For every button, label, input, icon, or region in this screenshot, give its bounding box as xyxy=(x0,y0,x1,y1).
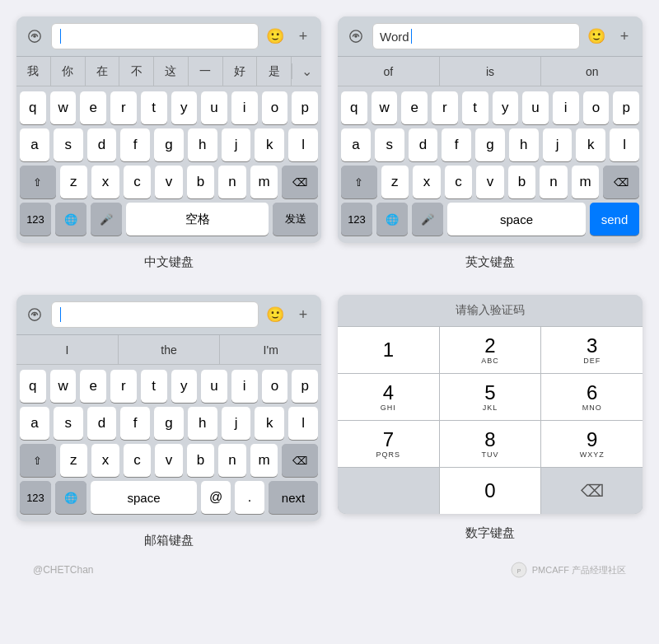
eng-globe-key[interactable]: 🌐 xyxy=(376,203,408,236)
num-key-1[interactable]: 1 xyxy=(338,327,439,373)
eng-send-key[interactable]: send xyxy=(590,203,639,236)
suggestion-im[interactable]: I'm xyxy=(220,335,321,364)
eng-numbers-key[interactable]: 123 xyxy=(341,203,372,236)
num-key-backspace[interactable]: ⌫ xyxy=(541,468,643,514)
email-key-e[interactable]: e xyxy=(80,370,106,403)
suggestion-zhe[interactable]: 这 xyxy=(154,57,189,86)
key-a[interactable]: a xyxy=(20,128,49,161)
key-r[interactable]: r xyxy=(110,91,137,124)
numbers-key[interactable]: 123 xyxy=(20,203,51,236)
eng-emoji-icon[interactable]: 🙂 xyxy=(585,25,608,48)
email-at-key[interactable]: @ xyxy=(201,481,231,514)
email-key-x[interactable]: x xyxy=(91,444,119,477)
eng-key-q[interactable]: q xyxy=(341,91,367,124)
shift-key[interactable]: ⇧ xyxy=(20,166,56,198)
email-space-key[interactable]: space xyxy=(91,481,197,514)
mic-wave-icon[interactable] xyxy=(23,25,46,48)
key-o[interactable]: o xyxy=(262,91,288,124)
key-i[interactable]: i xyxy=(231,91,258,124)
eng-key-b[interactable]: b xyxy=(508,166,536,198)
email-key-u[interactable]: u xyxy=(201,370,227,403)
email-key-a[interactable]: a xyxy=(20,407,49,440)
email-key-o[interactable]: o xyxy=(262,370,288,403)
eng-key-p[interactable]: p xyxy=(613,91,639,124)
email-key-p[interactable]: p xyxy=(292,370,318,403)
email-key-c[interactable]: c xyxy=(124,444,152,477)
eng-key-u[interactable]: u xyxy=(522,91,549,124)
suggestion-on[interactable]: on xyxy=(541,57,643,86)
eng-key-x[interactable]: x xyxy=(413,166,441,198)
key-x[interactable]: x xyxy=(91,166,119,198)
num-key-7[interactable]: 7 PQRS xyxy=(338,421,439,467)
eng-key-r[interactable]: r xyxy=(432,91,458,124)
num-key-2[interactable]: 2 ABC xyxy=(440,327,541,373)
suggestion-bu[interactable]: 不 xyxy=(119,57,154,86)
key-d[interactable]: d xyxy=(87,128,117,161)
mic-key[interactable]: 🎤 xyxy=(91,203,122,236)
eng-key-f[interactable]: f xyxy=(442,128,471,161)
email-backspace-key[interactable]: ⌫ xyxy=(282,444,318,477)
email-plus-icon[interactable]: + xyxy=(292,303,315,326)
email-key-w[interactable]: w xyxy=(50,370,77,403)
email-key-f[interactable]: f xyxy=(120,407,150,440)
key-f[interactable]: f xyxy=(120,128,150,161)
key-h[interactable]: h xyxy=(188,128,217,161)
email-key-b[interactable]: b xyxy=(187,444,215,477)
email-key-h[interactable]: h xyxy=(188,407,217,440)
email-key-l[interactable]: l xyxy=(288,407,318,440)
email-key-s[interactable]: s xyxy=(54,407,83,440)
email-key-v[interactable]: v xyxy=(155,444,183,477)
email-dot-key[interactable]: . xyxy=(235,481,264,514)
email-numbers-key[interactable]: 123 xyxy=(20,481,51,514)
email-key-y[interactable]: y xyxy=(171,370,198,403)
suggestion-the[interactable]: the xyxy=(119,335,221,364)
eng-key-v[interactable]: v xyxy=(476,166,504,198)
english-text-input[interactable]: Word xyxy=(372,23,580,49)
eng-key-z[interactable]: z xyxy=(381,166,409,198)
eng-key-i[interactable]: i xyxy=(553,91,579,124)
eng-key-k[interactable]: k xyxy=(576,128,605,161)
eng-backspace-key[interactable]: ⌫ xyxy=(603,166,639,198)
email-shift-key[interactable]: ⇧ xyxy=(20,444,56,477)
plus-icon[interactable]: + xyxy=(292,25,315,48)
eng-key-w[interactable]: w xyxy=(372,91,398,124)
send-key[interactable]: 发送 xyxy=(273,203,318,236)
eng-key-o[interactable]: o xyxy=(583,91,610,124)
eng-key-a[interactable]: a xyxy=(341,128,371,161)
suggestion-shi[interactable]: 是 xyxy=(257,57,292,86)
email-key-i[interactable]: i xyxy=(231,370,258,403)
key-k[interactable]: k xyxy=(255,128,284,161)
eng-key-d[interactable]: d xyxy=(409,128,438,161)
eng-mic-wave-icon[interactable] xyxy=(344,25,367,48)
suggestion-zai[interactable]: 在 xyxy=(86,57,120,86)
eng-key-l[interactable]: l xyxy=(610,128,639,161)
num-key-9[interactable]: 9 WXYZ xyxy=(541,421,643,467)
eng-key-n[interactable]: n xyxy=(540,166,568,198)
emoji-icon[interactable]: 🙂 xyxy=(264,25,287,48)
num-key-0[interactable]: 0 xyxy=(440,468,541,514)
key-y[interactable]: y xyxy=(171,91,198,124)
num-key-5[interactable]: 5 JKL xyxy=(440,374,541,420)
suggestion-hao[interactable]: 好 xyxy=(223,57,258,86)
key-j[interactable]: j xyxy=(222,128,251,161)
email-globe-key[interactable]: 🌐 xyxy=(55,481,86,514)
suggestion-I[interactable]: I xyxy=(16,335,119,364)
eng-key-t[interactable]: t xyxy=(462,91,488,124)
key-t[interactable]: t xyxy=(141,91,167,124)
email-emoji-icon[interactable]: 🙂 xyxy=(264,303,287,326)
eng-key-m[interactable]: m xyxy=(572,166,600,198)
email-mic-wave-icon[interactable] xyxy=(23,303,46,326)
eng-plus-icon[interactable]: + xyxy=(613,25,636,48)
email-text-input[interactable] xyxy=(51,301,259,328)
chinese-text-input[interactable] xyxy=(51,23,259,49)
email-key-r[interactable]: r xyxy=(110,370,137,403)
num-key-4[interactable]: 4 GHI xyxy=(338,374,439,420)
key-s[interactable]: s xyxy=(54,128,83,161)
eng-mic-key[interactable]: 🎤 xyxy=(412,203,443,236)
email-key-d[interactable]: d xyxy=(87,407,117,440)
email-key-t[interactable]: t xyxy=(141,370,167,403)
eng-space-key[interactable]: space xyxy=(447,203,586,236)
key-n[interactable]: n xyxy=(218,166,246,198)
space-key[interactable]: 空格 xyxy=(126,203,269,236)
expand-suggestions-icon[interactable]: ⌄ xyxy=(292,63,321,79)
